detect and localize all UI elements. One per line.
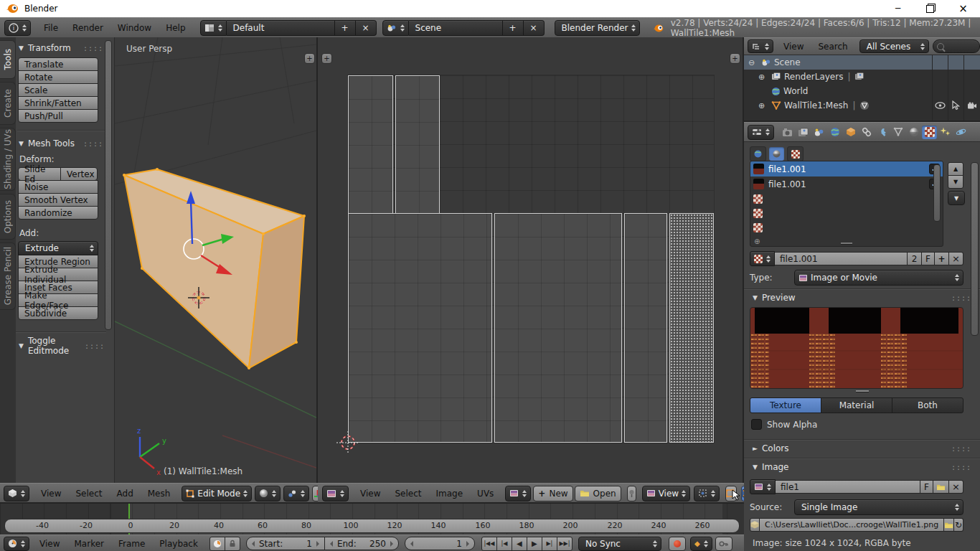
slot-move-down-button[interactable]: ▼ <box>948 175 963 189</box>
context-other-texture[interactable] <box>787 146 804 161</box>
preview-panel-header[interactable]: ▼ Preview :::: <box>753 293 971 303</box>
region-expand-button[interactable]: + <box>730 53 740 64</box>
region-expand-button[interactable]: + <box>321 53 332 64</box>
jump-to-start-button[interactable]: |◀◀ <box>481 537 497 551</box>
rotate-button[interactable]: Rotate <box>18 70 98 84</box>
uv-island[interactable] <box>348 75 393 214</box>
slot-specials-dropdown[interactable]: ▼ <box>948 191 965 205</box>
texture-type-dropdown[interactable]: Image or Movie <box>794 270 963 286</box>
texture-slot-empty[interactable] <box>750 220 943 235</box>
shrink-fatten-button[interactable]: Shrink/Fatten <box>18 96 98 110</box>
uv-menu-uvs[interactable]: UVs <box>470 489 501 499</box>
pivot-dropdown[interactable] <box>283 486 309 501</box>
insert-keyframe-button[interactable] <box>715 537 732 551</box>
outliner-row-renderlayers[interactable]: ⊕ RenderLayers | <box>744 70 980 84</box>
tab-particles[interactable] <box>938 126 953 139</box>
start-frame-field[interactable]: Start: 1 <box>246 537 325 550</box>
uv-island[interactable] <box>348 213 492 443</box>
timeline-menu-frame[interactable]: Frame <box>111 539 152 549</box>
image-open-button[interactable]: Open <box>575 486 621 501</box>
uv-island[interactable] <box>494 213 622 443</box>
shelf-tab-options[interactable]: Options <box>0 194 16 240</box>
texture-users-button[interactable]: 2 <box>908 252 922 265</box>
view3d-menu-view[interactable]: View <box>34 489 68 499</box>
fake-user-button[interactable]: F <box>922 252 935 265</box>
shelf-tab-shading-uvs[interactable]: Shading / UVs <box>0 128 16 191</box>
editor-type-properties-dropdown[interactable] <box>748 125 774 140</box>
image-open-button-props[interactable] <box>933 480 949 494</box>
texture-slot-row[interactable]: file1.001 ✓ <box>750 176 943 192</box>
preview-range-clock-button[interactable] <box>209 537 225 551</box>
panel-grip-icon[interactable]: :::: <box>83 44 103 52</box>
tab-scene[interactable] <box>811 126 826 139</box>
scene-add-button[interactable]: + <box>503 20 524 36</box>
list-resize-grip[interactable] <box>841 242 852 245</box>
panel-grip-icon[interactable]: :::: <box>951 445 971 453</box>
timeline-menu-marker[interactable]: Marker <box>67 539 110 549</box>
timeline-ruler[interactable]: -40 -20 0 20 40 60 80 100 120 140 160 18… <box>4 519 740 533</box>
screen-layout-name[interactable]: Default <box>227 20 335 36</box>
filepath-field[interactable]: C:\Users\Lawlliet\Doc...crooge\WallTile1… <box>760 518 944 532</box>
expand-icon[interactable]: ⊕ <box>758 101 768 110</box>
menu-help[interactable]: Help <box>159 23 192 33</box>
transform-panel-header[interactable]: ▼ Transform :::: <box>19 43 103 53</box>
menu-window[interactable]: Window <box>110 23 159 33</box>
editor-type-image-dropdown[interactable] <box>322 486 349 501</box>
viewport-3d[interactable]: z y x User Persp (1) WallTile1:Mesh + <box>115 37 318 483</box>
image-new-button[interactable]: + New <box>533 486 573 501</box>
record-button[interactable] <box>669 537 686 551</box>
tab-world[interactable] <box>827 126 842 139</box>
outliner-filter-dropdown[interactable]: All Scenes <box>859 39 930 53</box>
preview-texture-button[interactable]: Texture <box>750 397 821 413</box>
uv-display-dropdown[interactable]: View <box>642 486 690 501</box>
editor-type-info-dropdown[interactable]: i <box>4 20 31 36</box>
image-browse-dropdown[interactable] <box>505 486 531 501</box>
filepath-reload-button[interactable]: ↻ <box>954 518 963 532</box>
shelf-tab-tools[interactable]: Tools <box>0 40 16 79</box>
image-source-dropdown[interactable]: Single Image <box>794 499 963 515</box>
scene-delete-button[interactable]: × <box>524 20 545 36</box>
render-engine-dropdown[interactable]: Blender Render <box>555 20 640 36</box>
preview-both-button[interactable]: Both <box>892 397 963 413</box>
timeline-track[interactable]: -40 -20 0 20 40 60 80 100 120 140 160 18… <box>0 502 744 534</box>
randomize-button[interactable]: Randomize <box>18 206 98 220</box>
shelf-tab-create[interactable]: Create <box>0 82 16 125</box>
tab-modifiers[interactable] <box>875 126 890 139</box>
texture-slot-row-selected[interactable]: file1.001 ✓ <box>750 161 943 176</box>
collapse-icon[interactable]: ⊖ <box>748 58 758 67</box>
screen-layout-browse[interactable] <box>200 20 227 36</box>
uv-pivot-dropdown[interactable] <box>694 486 720 501</box>
tab-render[interactable] <box>780 126 795 139</box>
uv-menu-view[interactable]: View <box>353 489 387 499</box>
context-world-texture[interactable] <box>750 146 766 161</box>
editor-type-timeline-dropdown[interactable] <box>4 537 29 551</box>
editor-type-3d-dropdown[interactable] <box>4 486 29 501</box>
smooth-vertex-button[interactable]: Smooth Vertex <box>18 193 98 207</box>
sync-mode-dropdown[interactable]: No Sync <box>578 537 661 551</box>
shelf-tab-grease-pencil[interactable]: Grease Pencil <box>0 242 16 310</box>
minimize-button[interactable]: ─ <box>882 0 914 17</box>
translate-button[interactable]: Translate <box>18 57 98 71</box>
maximize-button[interactable] <box>914 0 946 17</box>
panel-grip-icon[interactable]: :::: <box>951 294 971 302</box>
scene-browse[interactable] <box>382 20 409 36</box>
tab-object[interactable] <box>843 126 858 139</box>
new-texture-button[interactable]: + <box>935 252 949 265</box>
uv-canvas[interactable] <box>348 75 714 443</box>
scale-button[interactable]: Scale <box>18 83 98 97</box>
renderability-camera-icon[interactable] <box>967 102 977 110</box>
screen-layout-delete-button[interactable]: × <box>356 20 377 36</box>
selectability-cursor-icon[interactable] <box>952 100 960 110</box>
colors-panel-header[interactable]: ► Colors :::: <box>753 443 971 453</box>
properties-scrollbar[interactable] <box>971 162 979 336</box>
filepath-browse-button[interactable] <box>944 518 954 532</box>
jump-prev-keyframe-button[interactable]: |◀ <box>496 537 512 551</box>
timeline-menu-playback[interactable]: Playback <box>152 539 205 549</box>
unlink-texture-button[interactable]: × <box>949 252 963 265</box>
tab-data[interactable] <box>890 126 905 139</box>
outliner-menu-view[interactable]: View <box>776 42 811 52</box>
texture-browse-dropdown[interactable] <box>750 251 775 266</box>
uv-island[interactable] <box>395 75 440 214</box>
play-reverse-button[interactable]: ◀ <box>512 537 527 551</box>
view3d-menu-add[interactable]: Add <box>110 489 141 499</box>
